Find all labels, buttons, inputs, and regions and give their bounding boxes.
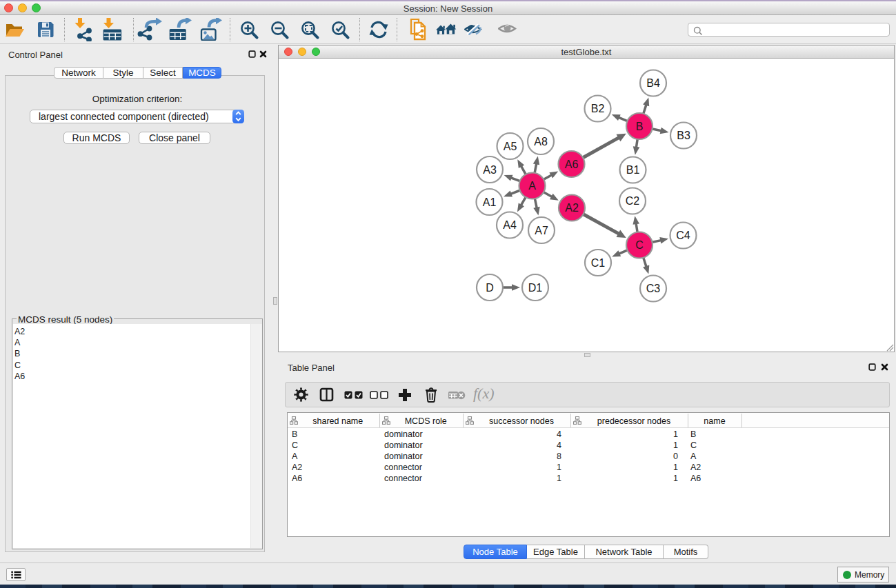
svg-text:C4: C4 xyxy=(676,230,690,241)
svg-text:A3: A3 xyxy=(483,164,497,176)
svg-text:D: D xyxy=(486,282,494,294)
svg-text:C1: C1 xyxy=(591,257,606,269)
svg-text:B: B xyxy=(636,121,644,132)
svg-text:C3: C3 xyxy=(646,283,661,294)
svg-text:D1: D1 xyxy=(528,282,543,294)
svg-text:B1: B1 xyxy=(626,164,640,176)
svg-text:A5: A5 xyxy=(504,141,517,152)
svg-text:C: C xyxy=(635,239,644,251)
svg-text:B3: B3 xyxy=(677,130,690,141)
svg-text:A8: A8 xyxy=(534,136,548,148)
svg-text:A7: A7 xyxy=(535,225,548,236)
svg-text:A1: A1 xyxy=(483,196,497,208)
svg-text:B4: B4 xyxy=(646,77,660,89)
svg-text:A: A xyxy=(528,180,536,192)
svg-text:A6: A6 xyxy=(565,159,579,170)
svg-text:A4: A4 xyxy=(503,219,517,231)
svg-text:A2: A2 xyxy=(565,202,579,214)
svg-text:B2: B2 xyxy=(591,103,605,114)
svg-text:C2: C2 xyxy=(626,195,640,207)
